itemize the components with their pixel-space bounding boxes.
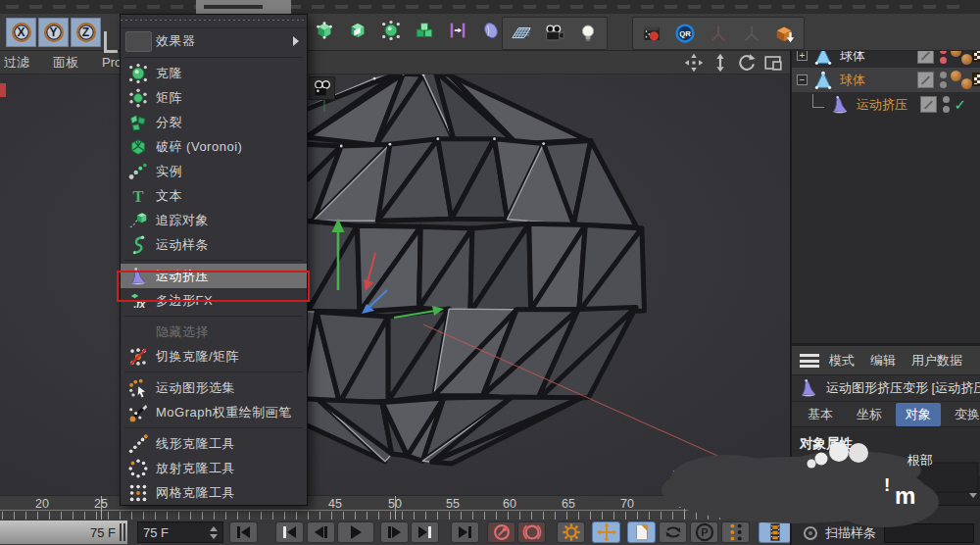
ghost-axis-2-icon[interactable] bbox=[739, 20, 764, 47]
ruler-major-tick bbox=[101, 496, 102, 520]
menubar-open-item[interactable] bbox=[196, 0, 291, 14]
menu-item-linear-clone[interactable]: 线形克隆工具 bbox=[121, 431, 307, 456]
menu-item-grid-clone[interactable]: 网格克隆工具 bbox=[121, 480, 307, 505]
layer-toggle[interactable] bbox=[917, 72, 934, 88]
filmstrip-button[interactable] bbox=[759, 521, 791, 543]
next-key-button[interactable] bbox=[411, 521, 439, 543]
menu-item-tracer[interactable]: 追踪对象 bbox=[121, 208, 307, 232]
viewport-menu-0[interactable]: 过滤 bbox=[4, 54, 29, 72]
record-position-button[interactable] bbox=[487, 521, 515, 543]
ruler-major-tick bbox=[684, 496, 685, 520]
collapse-icon[interactable]: − bbox=[797, 74, 808, 85]
menu-item-label: 效果器 bbox=[156, 32, 196, 50]
spline-icon[interactable] bbox=[478, 17, 504, 44]
tab-2[interactable]: 对象 bbox=[896, 403, 941, 426]
visibility-dots[interactable] bbox=[943, 96, 950, 113]
menu-item-instance[interactable]: 实例 bbox=[121, 159, 307, 183]
next-frame-button[interactable] bbox=[380, 521, 409, 543]
object-row-1[interactable]: −球体 bbox=[792, 68, 980, 92]
expand-icon[interactable]: + bbox=[797, 50, 808, 61]
timeline-range-slider[interactable]: 75 F bbox=[0, 520, 127, 544]
current-frame-field[interactable]: 75 F bbox=[137, 521, 223, 543]
tab-1[interactable]: 坐标 bbox=[847, 403, 892, 426]
layer-toggle[interactable] bbox=[920, 96, 937, 113]
dolly-icon[interactable] bbox=[710, 52, 729, 72]
enabled-check-icon[interactable]: ✓ bbox=[954, 96, 966, 114]
qr-code-icon[interactable]: QR bbox=[672, 20, 698, 47]
hamburger-icon[interactable] bbox=[800, 354, 819, 368]
menu-item-motext[interactable]: T文本 bbox=[121, 183, 307, 208]
sweep-icon[interactable] bbox=[345, 17, 370, 44]
cube-icon[interactable] bbox=[312, 17, 337, 44]
menu-item-matrix[interactable]: 矩阵 bbox=[121, 85, 307, 110]
menu-tearoff-strip[interactable] bbox=[121, 15, 307, 28]
menu-item-fracture[interactable]: 分裂 bbox=[121, 110, 307, 134]
array-icon[interactable] bbox=[412, 17, 437, 44]
rotate-icon[interactable] bbox=[736, 52, 756, 72]
loop-button[interactable] bbox=[659, 521, 687, 543]
prev-key-button[interactable] bbox=[275, 521, 304, 543]
viewport-camera-icon[interactable] bbox=[309, 76, 335, 100]
parent-button[interactable]: P bbox=[690, 521, 718, 543]
menu-item-label: 实例 bbox=[156, 163, 182, 180]
viewport[interactable]: 过滤面板ProRender 网格间距 : 10 bbox=[0, 51, 790, 495]
viewport-menu-1[interactable]: 面板 bbox=[53, 54, 78, 72]
menu-item-cloner[interactable]: 克隆 bbox=[121, 61, 307, 85]
menu-item-voronoi[interactable]: 破碎 (Voronoi) bbox=[121, 134, 307, 159]
spline-joint-icon[interactable] bbox=[445, 17, 470, 44]
menu-item-effector[interactable]: 效果器 bbox=[121, 28, 307, 54]
menu-item-swap-clone[interactable]: 切换克隆/矩阵 bbox=[121, 344, 307, 369]
auto-key-button[interactable] bbox=[517, 521, 546, 543]
skip-end-button[interactable] bbox=[451, 521, 479, 543]
maximize-icon[interactable] bbox=[762, 52, 782, 72]
visibility-dots[interactable] bbox=[940, 72, 947, 88]
scan-spline-field[interactable] bbox=[884, 523, 974, 543]
attr-menu-2[interactable]: 用户数据 bbox=[911, 352, 962, 370]
floor-icon[interactable] bbox=[509, 20, 534, 47]
matrix-icon bbox=[121, 87, 156, 109]
move-tool-button[interactable] bbox=[592, 521, 620, 543]
range-slider-handle[interactable] bbox=[120, 523, 125, 541]
light-icon[interactable] bbox=[575, 20, 601, 47]
frame-spinner[interactable] bbox=[210, 526, 218, 539]
play-button[interactable] bbox=[337, 521, 374, 543]
ghost-axis-icon[interactable] bbox=[706, 20, 731, 47]
tab-3[interactable]: 变换 bbox=[945, 403, 980, 426]
object-row-2[interactable]: 运动挤压✓ bbox=[792, 92, 980, 117]
menu-item-label: MoGraph权重绘制画笔 bbox=[156, 404, 292, 421]
menu-item-weight-brush[interactable]: MoGraph权重绘制画笔 bbox=[121, 400, 307, 424]
timeline-ruler[interactable]: 0 F 202545505560657075 bbox=[0, 495, 790, 520]
camera-icon[interactable] bbox=[542, 20, 567, 47]
c4d-window: XYZ QR 过滤面板ProRender 网格间距 : 10 文件编辑查看对象 … bbox=[0, 0, 980, 545]
skip-start-button[interactable] bbox=[229, 521, 258, 543]
pan-icon[interactable] bbox=[683, 52, 703, 72]
render-clip-icon[interactable] bbox=[639, 20, 664, 47]
axis-lock-z-button[interactable]: Z bbox=[71, 18, 101, 47]
coordinate-arrow-icon[interactable] bbox=[104, 31, 118, 53]
menu-bar[interactable] bbox=[0, 0, 980, 14]
axis-y-ring-icon: Y bbox=[44, 23, 64, 42]
mograph-dropdown-menu: 效果器克隆矩阵分裂破碎 (Voronoi)实例T文本追踪对象运动样条运动挤压.f… bbox=[120, 14, 308, 506]
attr-menu-0[interactable]: 模式 bbox=[829, 352, 855, 370]
value-spinner[interactable] bbox=[969, 485, 977, 498]
attr-menu-1[interactable]: 编辑 bbox=[870, 352, 896, 370]
viewport-canvas[interactable] bbox=[0, 51, 790, 495]
menu-item-radial-clone[interactable]: 放射克隆工具 bbox=[121, 456, 307, 480]
dot-grid-button[interactable] bbox=[721, 521, 750, 543]
object-tags[interactable] bbox=[951, 68, 980, 92]
tab-0[interactable]: 基本 bbox=[798, 403, 843, 426]
attribute-value-field[interactable] bbox=[880, 476, 980, 506]
cloner-icon[interactable] bbox=[378, 17, 404, 44]
content-cube-icon[interactable] bbox=[772, 20, 798, 47]
menu-item-mograph-selection[interactable]: 运动图形选集 bbox=[121, 375, 307, 400]
gear-button[interactable] bbox=[557, 521, 585, 543]
axis-lock-y-button[interactable]: Y bbox=[38, 18, 69, 47]
menu-item-motion-extrude[interactable]: 运动挤压 bbox=[121, 264, 307, 288]
keyframe-doc-button[interactable] bbox=[627, 521, 656, 543]
axis-lock-x-button[interactable]: X bbox=[6, 18, 36, 47]
menu-item-polyfx[interactable]: .fx多边形FX bbox=[121, 288, 307, 313]
menu-item-mospline[interactable]: 运动样条 bbox=[121, 232, 307, 257]
prev-frame-button[interactable] bbox=[307, 521, 335, 543]
radio-icon[interactable] bbox=[804, 526, 817, 540]
frame-zero-field[interactable]: 0 F bbox=[742, 496, 787, 520]
